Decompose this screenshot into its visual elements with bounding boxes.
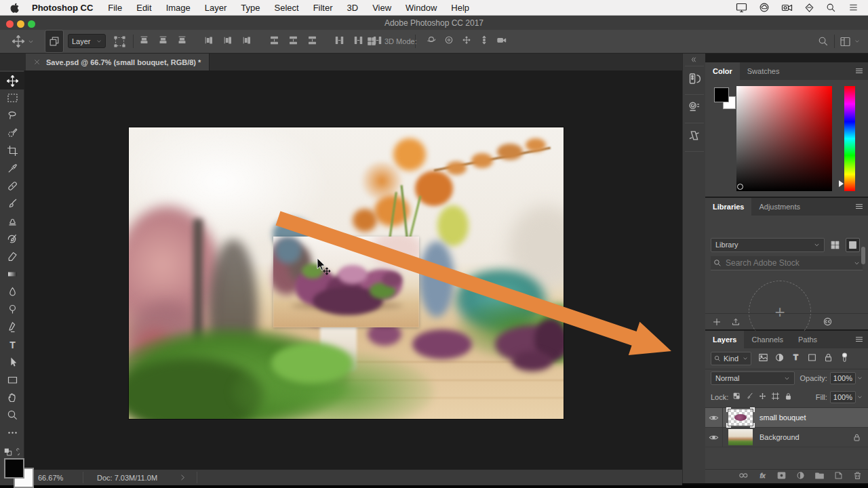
pixel-layer-filter-button[interactable]: [758, 352, 768, 365]
foreground-color-swatch[interactable]: [4, 458, 24, 479]
tool-blur[interactable]: [2, 283, 22, 300]
align-horizontal-centers-button[interactable]: [223, 35, 233, 48]
menu-edit[interactable]: Edit: [136, 3, 151, 13]
new-layer-button[interactable]: [833, 470, 844, 483]
default-colors-icon[interactable]: [4, 448, 13, 457]
chevron-down-icon[interactable]: [857, 394, 863, 400]
tab-libraries[interactable]: Libraries: [705, 198, 751, 216]
tool-gradient[interactable]: [2, 266, 22, 282]
adobe-stock-search-field[interactable]: Search Adobe Stock: [711, 256, 863, 270]
hue-slider[interactable]: [844, 86, 855, 191]
blend-mode-dropdown[interactable]: Normal: [711, 371, 795, 385]
lock-all-button[interactable]: [784, 391, 793, 403]
adjustment-layer-button[interactable]: [795, 470, 806, 483]
tool-type[interactable]: T: [2, 336, 22, 352]
display-icon[interactable]: [736, 2, 747, 14]
layer-thumbnail[interactable]: [728, 409, 753, 426]
lock-transparent-pixels-button[interactable]: [732, 391, 741, 403]
link-layers-button[interactable]: [738, 470, 749, 483]
tool-brush[interactable]: [2, 195, 22, 211]
opacity-field[interactable]: 100%: [830, 372, 856, 384]
layer-thumbnail[interactable]: [728, 429, 753, 445]
layer-filter-kind-dropdown[interactable]: Kind: [711, 352, 751, 365]
fill-field[interactable]: 100%: [830, 391, 856, 403]
default-swap-colors[interactable]: [3, 447, 21, 458]
menu-type[interactable]: Type: [241, 3, 260, 13]
auto-select-target-dropdown[interactable]: Layer: [68, 34, 106, 48]
hue-slider-arrow[interactable]: [839, 180, 844, 187]
add-content-button[interactable]: [712, 317, 722, 327]
menu-select[interactable]: Select: [274, 3, 298, 13]
video-camera-icon[interactable]: [781, 2, 793, 14]
layer-mask-button[interactable]: [776, 470, 787, 483]
status-options-chevron[interactable]: [179, 470, 186, 485]
pan-3d-camera-button[interactable]: [461, 35, 472, 48]
align-top-edges-button[interactable]: [139, 35, 149, 48]
panel-menu-icon[interactable]: [854, 66, 864, 76]
tab-channels[interactable]: Channels: [744, 331, 790, 348]
apple-menu-icon[interactable]: [9, 3, 20, 13]
layer-name[interactable]: small bouquet: [760, 413, 806, 422]
slide-3d-camera-button[interactable]: [479, 35, 490, 48]
move-tool-preset[interactable]: [12, 30, 34, 53]
delete-button[interactable]: [852, 317, 861, 327]
search-button[interactable]: [818, 30, 829, 53]
roll-3d-camera-button[interactable]: [443, 35, 454, 48]
tool-history-brush[interactable]: [2, 230, 22, 247]
tool-eraser[interactable]: [2, 248, 22, 264]
auto-select-toggle[interactable]: [45, 30, 64, 53]
tool-quick-selection[interactable]: [2, 125, 22, 141]
grid-view-button[interactable]: [830, 240, 840, 250]
menu-3d[interactable]: 3D: [347, 3, 359, 13]
zoom-level-field[interactable]: 66.67%: [38, 470, 63, 485]
distribute-bottom-edges-button[interactable]: [307, 35, 317, 48]
align-vertical-centers-button[interactable]: [158, 35, 168, 48]
tool-path-selection[interactable]: [2, 354, 22, 370]
canvas-area[interactable]: [24, 70, 682, 470]
tool-edit-toolbar[interactable]: [2, 424, 22, 441]
tool-rectangle-shape[interactable]: [2, 371, 22, 388]
tool-lasso[interactable]: [2, 107, 22, 123]
tool-rectangular-marquee[interactable]: [2, 89, 22, 106]
layer-row-background[interactable]: Background: [705, 428, 868, 447]
shape-layer-filter-button[interactable]: [807, 352, 817, 365]
distribute-horizontal-centers-button[interactable]: [353, 35, 363, 48]
lock-position-button[interactable]: [758, 391, 767, 403]
smart-object-filter-button[interactable]: [823, 352, 833, 365]
tool-pen[interactable]: [2, 319, 22, 335]
menu-window[interactable]: Window: [406, 3, 437, 13]
creative-cloud-icon[interactable]: [759, 2, 770, 13]
distribute-left-edges-button[interactable]: [334, 35, 344, 48]
adjustment-layer-filter-button[interactable]: [774, 352, 785, 365]
menu-filter[interactable]: Filter: [313, 3, 333, 13]
swap-colors-icon[interactable]: [14, 448, 22, 455]
menu-layer[interactable]: Layer: [205, 3, 227, 13]
tool-dodge[interactable]: [2, 301, 22, 317]
menu-image[interactable]: Image: [166, 3, 191, 13]
tool-move[interactable]: [0, 72, 24, 89]
layer-visibility-toggle[interactable]: [705, 408, 723, 427]
small-bouquet-layer-image[interactable]: [273, 237, 419, 327]
airdrop-icon[interactable]: [804, 3, 814, 13]
tool-eyedropper[interactable]: [2, 160, 22, 176]
delete-layer-button[interactable]: [852, 470, 863, 483]
tool-clone-stamp[interactable]: [2, 213, 22, 229]
color-field-selector[interactable]: [737, 184, 743, 190]
spotlight-icon[interactable]: [826, 3, 836, 13]
document-size-readout[interactable]: Doc: 7.03M/11.0M: [97, 470, 157, 485]
chevron-down-icon[interactable]: [857, 375, 863, 381]
distribute-vertical-centers-button[interactable]: [288, 35, 298, 48]
document-tab[interactable]: Save.psd @ 66.7% (small bouquet, RGB/8) …: [26, 54, 210, 70]
filter-toggle-button[interactable]: [840, 352, 850, 365]
align-left-edges-button[interactable]: [204, 35, 214, 48]
dolly-3d-camera-button[interactable]: [496, 35, 507, 48]
tool-hand[interactable]: [2, 389, 22, 405]
auto-align-button[interactable]: [366, 30, 377, 53]
saturation-brightness-field[interactable]: [736, 86, 832, 191]
scrollbar-thumb[interactable]: [861, 247, 865, 264]
menu-app-name[interactable]: Photoshop CC: [32, 3, 93, 13]
tab-adjustments[interactable]: Adjustments: [751, 198, 808, 216]
tool-zoom[interactable]: [2, 407, 22, 423]
workspace-switcher[interactable]: [840, 30, 860, 53]
layer-name[interactable]: Background: [760, 433, 800, 441]
